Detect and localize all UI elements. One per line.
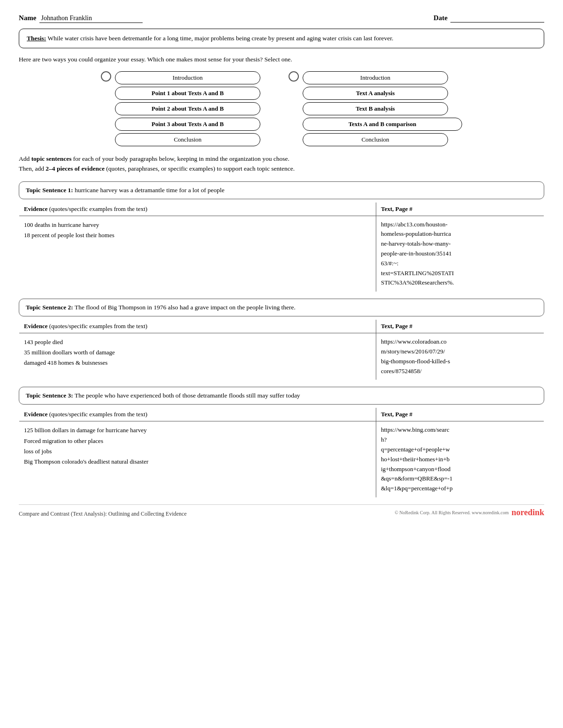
- footer-right: © NoRedink Corp. All Rights Reserved. ww…: [395, 508, 544, 518]
- topic3-label: Topic Sentence 3:: [26, 392, 73, 399]
- footer-copyright: © NoRedink Corp. All Rights Reserved. ww…: [395, 510, 509, 515]
- topic2-text: The flood of Big Thompson in 1976 also h…: [75, 304, 296, 311]
- instruction2-part1: Add: [19, 155, 31, 162]
- table1-page-header: Text, Page #: [376, 202, 544, 216]
- table2-evidence-cell: 143 people died 35 milliion doollars wor…: [19, 333, 376, 380]
- org-right-item-1: Text A analysis: [303, 87, 448, 100]
- org-right-items: Introduction Text A analysis Text B anal…: [303, 71, 462, 146]
- table3-evidence-cell: 125 billion dollars in damage for hurric…: [19, 421, 376, 498]
- topic-sentence-1-box: Topic Sentence 1: hurricane harvey was a…: [19, 181, 544, 199]
- table2-page-header: Text, Page #: [376, 320, 544, 333]
- org-left-item-4: Conclusion: [115, 133, 260, 146]
- topic1-text: hurricane harvey was a detramantle time …: [75, 187, 224, 194]
- footer-copy-text: © NoRedink Corp. All Rights Reserved. ww…: [395, 510, 509, 515]
- instruction2-bold1: topic sentences: [31, 155, 72, 162]
- org-left-items: Introduction Point 1 about Texts A and B…: [115, 71, 260, 146]
- instruction2-part3: (quotes, paraphrases, or specific exampl…: [105, 165, 295, 172]
- table2-page-cell: https://www.coloradoan.com/story/news/20…: [376, 333, 544, 380]
- org-right: Introduction Text A analysis Text B anal…: [289, 71, 462, 146]
- org-left-with-radio: Introduction Point 1 about Texts A and B…: [101, 71, 260, 146]
- org-section: Introduction Point 1 about Texts A and B…: [19, 71, 544, 146]
- footer: Compare and Contrast (Text Analysis): Ou…: [19, 504, 544, 518]
- name-label: Name: [19, 14, 37, 22]
- name-field: Name Johnathon Franklin: [19, 14, 143, 23]
- date-field: Date: [434, 14, 544, 23]
- evidence-table-2: Evidence (quotes/specific examples from …: [19, 319, 544, 380]
- header: Name Johnathon Franklin Date: [19, 14, 544, 23]
- table1-evidence-header: Evidence (quotes/specific examples from …: [19, 202, 376, 216]
- org-right-radio[interactable]: [289, 71, 299, 82]
- date-label: Date: [434, 14, 448, 22]
- footer-left-text: Compare and Contrast (Text Analysis): Ou…: [19, 510, 187, 518]
- org-left-item-0: Introduction: [115, 71, 260, 84]
- org-left-item-2: Point 2 about Texts A and B: [115, 102, 260, 115]
- topic2-label: Topic Sentence 2:: [26, 304, 73, 311]
- noredink-logo: noredink: [511, 508, 544, 518]
- org-right-item-4: Conclusion: [303, 133, 448, 146]
- table2-evidence-header: Evidence (quotes/specific examples from …: [19, 320, 376, 333]
- instruction1: Here are two ways you could organize you…: [19, 55, 544, 64]
- topic3-text: The people who have experienced both of …: [75, 392, 300, 399]
- org-left-item-1: Point 1 about Texts A and B: [115, 87, 260, 100]
- table1-page-cell: https://abc13.com/houston-homeless-popul…: [376, 216, 544, 292]
- topic1-label: Topic Sentence 1:: [26, 187, 73, 194]
- table3-page-header: Text, Page #: [376, 408, 544, 421]
- org-right-item-2: Text B analysis: [303, 102, 448, 115]
- thesis-label: Thesis:: [27, 35, 46, 42]
- org-left-radio[interactable]: [101, 71, 111, 82]
- org-left: Introduction Point 1 about Texts A and B…: [101, 71, 260, 146]
- table1-evidence-cell: 100 deaths in hurricane harvey 18 percen…: [19, 216, 376, 292]
- table3-evidence-header: Evidence (quotes/specific examples from …: [19, 408, 376, 421]
- topic-sentence-3-box: Topic Sentence 3: The people who have ex…: [19, 387, 544, 405]
- org-right-with-radio: Introduction Text A analysis Text B anal…: [289, 71, 462, 146]
- table3-page-cell: https://www.bing.com/search?q=percentage…: [376, 421, 544, 498]
- instruction2: Add topic sentences for each of your bod…: [19, 154, 544, 174]
- instruction2-bold2: 2–4 pieces of evidence: [46, 165, 105, 172]
- thesis-box: Thesis: While water crisis have been det…: [19, 29, 544, 48]
- org-right-item-3: Texts A and B comparison: [303, 118, 462, 131]
- org-right-item-0: Introduction: [303, 71, 448, 84]
- thesis-text: While water crisis have been detremantle…: [47, 35, 393, 42]
- org-left-item-3: Point 3 about Texts A and B: [115, 118, 260, 131]
- evidence-table-3: Evidence (quotes/specific examples from …: [19, 407, 544, 498]
- name-value: Johnathon Franklin: [39, 15, 143, 23]
- topic-sentence-2-box: Topic Sentence 2: The flood of Big Thomp…: [19, 299, 544, 316]
- evidence-table-1: Evidence (quotes/specific examples from …: [19, 202, 544, 293]
- date-value: [450, 15, 544, 23]
